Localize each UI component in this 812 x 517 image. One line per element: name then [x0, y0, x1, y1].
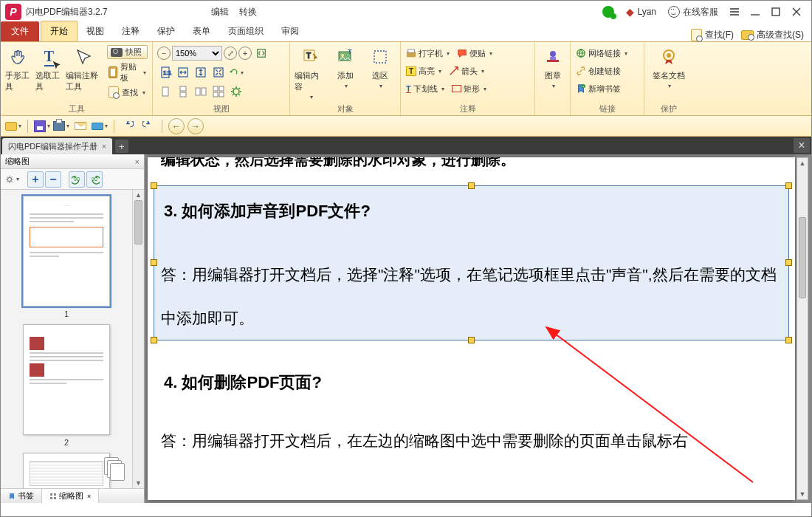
- zoom-select[interactable]: 150%: [172, 46, 222, 61]
- find-button[interactable]: 查找: [107, 86, 148, 99]
- app-icon: P: [5, 4, 21, 20]
- thumbnails-list[interactable]: ········ 1 2 3: [1, 190, 132, 488]
- svg-rect-13: [219, 86, 224, 91]
- handle-tr[interactable]: [785, 182, 792, 189]
- sidetab-bookmarks[interactable]: 书签: [1, 489, 42, 503]
- thumb-zoomin[interactable]: +: [27, 171, 44, 188]
- handle-bl[interactable]: [151, 337, 157, 343]
- close-tab-icon[interactable]: ×: [102, 143, 106, 151]
- close-all-tabs[interactable]: ×: [794, 138, 810, 153]
- hand-tool[interactable]: 手形工具: [5, 45, 32, 92]
- title-menu: 编辑 转换: [211, 6, 257, 18]
- menu-edit[interactable]: 编辑: [211, 6, 229, 18]
- find-link[interactable]: 查找(F): [691, 29, 734, 41]
- view-fitheight[interactable]: [193, 64, 209, 81]
- view-fit[interactable]: [210, 64, 227, 81]
- undo-button[interactable]: [120, 119, 137, 134]
- thumb-3[interactable]: 3: [23, 453, 110, 488]
- svg-rect-15: [219, 92, 224, 97]
- thumb-1[interactable]: ········ 1: [23, 196, 110, 318]
- selection-tool[interactable]: 选区: [364, 45, 396, 89]
- thumb-options[interactable]: [4, 171, 20, 188]
- nav-back[interactable]: ←: [168, 118, 185, 134]
- thumb-rotcw[interactable]: 90: [86, 171, 103, 188]
- minimize-button[interactable]: [745, 1, 765, 22]
- user-label[interactable]: ◆Lyan: [626, 6, 656, 18]
- sticky-button[interactable]: 便贴: [456, 45, 493, 61]
- menu-convert[interactable]: 转换: [239, 6, 257, 18]
- handle-mr[interactable]: [785, 259, 792, 266]
- sidetab-thumbnails[interactable]: 缩略图×: [42, 489, 99, 503]
- rect-button[interactable]: 矩形: [451, 81, 487, 97]
- svg-rect-14: [213, 92, 218, 97]
- typewriter-button[interactable]: 打字机: [405, 45, 450, 61]
- save-button[interactable]: [34, 119, 50, 134]
- tab-protect[interactable]: 保护: [148, 21, 184, 41]
- wechat-status[interactable]: [602, 6, 614, 18]
- advfind-link[interactable]: 高级查找(S): [741, 29, 804, 41]
- group-links: 网络链接 创建链接 +新增书签 链接: [571, 42, 644, 115]
- createlink-button[interactable]: 创建链接: [575, 63, 622, 79]
- snapshot-button[interactable]: 快照: [107, 45, 148, 59]
- edit-comment-tool[interactable]: 编辑注释工具: [66, 45, 103, 92]
- panel-close-icon[interactable]: ×: [135, 157, 140, 166]
- stamp-button[interactable]: 图章: [540, 45, 565, 89]
- layout-single[interactable]: [157, 83, 173, 100]
- open-button[interactable]: [5, 119, 21, 134]
- nav-fwd[interactable]: →: [187, 118, 204, 134]
- view-single[interactable]: 1:1: [157, 64, 173, 81]
- thumb-zoomout[interactable]: −: [45, 171, 61, 188]
- thumbnails-header: 缩略图×: [1, 154, 144, 169]
- layout-cont[interactable]: [175, 83, 191, 100]
- zoom-in[interactable]: +: [238, 47, 252, 60]
- page-scrollbar[interactable]: ▲▼: [796, 157, 808, 500]
- view-fitwidth[interactable]: [175, 64, 191, 81]
- zoom-fitpage[interactable]: [253, 45, 269, 61]
- save-icon: [34, 120, 46, 132]
- page-canvas[interactable]: 编辑状态，然后选择需要删除的水印对象，进行删除。 3. 如何添加声音到PDF文件…: [148, 157, 795, 500]
- tab-view[interactable]: 视图: [78, 21, 113, 41]
- copies-icon[interactable]: [104, 457, 123, 479]
- tab-pageorg[interactable]: 页面组织: [219, 21, 272, 41]
- handle-br[interactable]: [785, 337, 792, 343]
- handle-tl[interactable]: [151, 182, 157, 189]
- tab-form[interactable]: 表单: [184, 21, 219, 41]
- sign-doc-button[interactable]: 签名文档: [649, 45, 689, 89]
- arrow-button[interactable]: 箭头: [448, 63, 485, 79]
- tab-comment[interactable]: 注释: [113, 21, 148, 41]
- thumb-rotccw[interactable]: 90: [69, 171, 85, 188]
- handle-ml[interactable]: [151, 259, 157, 266]
- layout-facingcont[interactable]: [210, 83, 227, 100]
- layout-options[interactable]: [228, 83, 244, 100]
- layout-facing[interactable]: [193, 83, 209, 100]
- weblink-button[interactable]: 网络链接: [575, 45, 628, 61]
- handle-tm[interactable]: [468, 182, 475, 189]
- online-service[interactable]: 在线客服: [668, 6, 718, 18]
- add-object[interactable]: T 添加: [329, 45, 361, 89]
- zoom-actual[interactable]: ⤢: [224, 47, 237, 60]
- group-object: T 编辑内容 T 添加 选区 对象: [290, 42, 401, 115]
- redo-button[interactable]: [140, 119, 156, 134]
- underline-button[interactable]: T下划线: [405, 81, 445, 97]
- tab-start[interactable]: 开始: [41, 21, 78, 41]
- doc-tab-active[interactable]: 闪电PDF编辑器操作手册×: [2, 138, 112, 154]
- hamburger-button[interactable]: [724, 1, 745, 22]
- add-tab-button[interactable]: +: [115, 140, 128, 153]
- maximize-button[interactable]: [765, 1, 786, 22]
- thumb-2[interactable]: 2: [23, 324, 110, 447]
- clipboard-button[interactable]: 剪贴板: [107, 61, 148, 84]
- rotate-view[interactable]: [228, 64, 244, 81]
- highlight-button[interactable]: T高亮: [405, 63, 442, 79]
- thumb-scrollbar[interactable]: ▲▼: [132, 190, 144, 488]
- edit-content[interactable]: T 编辑内容: [295, 45, 326, 100]
- addbookmark-button[interactable]: +新增书签: [575, 81, 622, 97]
- print-button[interactable]: [53, 119, 69, 134]
- tab-file[interactable]: 文件: [1, 21, 39, 41]
- close-button[interactable]: [786, 1, 807, 22]
- zoom-out[interactable]: −: [157, 47, 171, 60]
- find-icon: [109, 86, 119, 98]
- mail-button[interactable]: [72, 119, 89, 134]
- tab-review[interactable]: 审阅: [272, 21, 308, 41]
- select-tool[interactable]: T 选取工具: [35, 45, 63, 92]
- scan-button[interactable]: [92, 119, 108, 134]
